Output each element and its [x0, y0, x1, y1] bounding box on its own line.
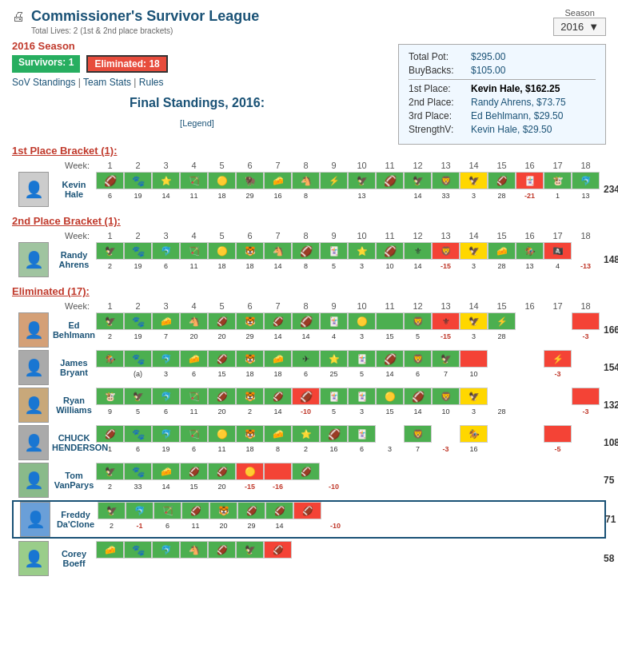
buybacks-value: $105.00 [471, 65, 505, 76]
week-label-1: Week: [12, 161, 96, 170]
picks-chuck: 🏈 🐾 🐬 🏹 🟡 🐯 🧀 ⭐ 🏈 🃏 🦁 🏇 [96, 425, 600, 460]
player-name-ryan[interactable]: RyanWilliams [52, 396, 96, 415]
score-randy: 148 [604, 254, 618, 265]
season-dropdown[interactable]: 2016 ▼ [553, 18, 606, 36]
season-value: 2016 [560, 21, 584, 33]
avatar-ryan: 👤 [18, 388, 49, 423]
player-name-corey[interactable]: CoreyBoeff [52, 549, 96, 568]
total-pot-label: Total Pot: [409, 51, 464, 62]
eliminated-title[interactable]: Eliminated (17): [12, 285, 606, 297]
score-tom: 75 [604, 475, 614, 486]
avatar-freddy: 👤 [20, 502, 50, 537]
picks-james: 🏇 🐾 🐬 🧀 🏈 🐯 🧀 ✈ ⭐ 🃏 🏈 🦁 🦅 [96, 350, 600, 385]
rules-link[interactable]: Rules [139, 77, 164, 88]
player-row-ryan: 👤 RyanWilliams 🐮 🦅 🐬 🏹 🏈 🐯 🏈 🏈 🃏 🃏 🟡 [12, 388, 606, 423]
week-header-2: Week: 1 2 3 4 5 6 7 8 9 10 11 12 13 14 1… [12, 231, 606, 241]
player-name-kevin[interactable]: KevinHale [52, 180, 96, 199]
eliminated-badge: Eliminated: 18 [86, 55, 167, 73]
player-row-kevin: 👤 KevinHale 🏈 🐾 ⭐ 🏹 🟡 🦬 🧀 🐴 ⚡ 🦅 🏈 🦅 [12, 172, 606, 207]
picks-randy: 🦅 🐾 🐬 🏹 🟡 🐯 🐴 🏈 🃏 ⭐ 🏈 ⚜ 🦁 🦅 🧀 🏇 [96, 242, 600, 277]
score-ryan: 132 [604, 400, 618, 411]
first-bracket-title[interactable]: 1st Place Bracket (1): [12, 145, 606, 157]
picks-ryan: 🐮 🦅 🐬 🏹 🏈 🐯 🏈 🏈 🃏 🃏 🟡 🏈 🦁 🦅 [96, 388, 600, 423]
player-row-tom: 👤 TomVanParys 🦅 🐾 🧀 🏈 🏈 🟡 🏈 [12, 463, 606, 498]
player-name-tom[interactable]: TomVanParys [52, 471, 96, 490]
sov-standings-link[interactable]: SoV Standings [12, 77, 75, 88]
buybacks-label: BuyBacks: [409, 65, 464, 76]
avatar-james: 👤 [18, 350, 49, 385]
player-row-james: 👤 JamesBryant 🏇 🐾 🐬 🧀 🏈 🐯 🧀 ✈ ⭐ 🃏 🏈 🦁 [12, 350, 606, 385]
avatar-kevin: 👤 [18, 172, 49, 207]
dropdown-arrow: ▼ [588, 21, 599, 33]
player-row-corey: 👤 CoreyBoeff 🧀 🐾 🐬 🐴 🏈 🦅 🏈 [12, 541, 606, 576]
player-name-randy[interactable]: RandyAhrens [52, 250, 96, 269]
season-selector: Season 2016 ▼ [553, 8, 606, 36]
avatar-randy: 👤 [18, 242, 49, 277]
picks-ed: 🦅 🐾 🧀 🐴 🏈 🐯 🏈 🏈 🃏 🟡 🦁 ⚜ 🦅 ⚡ [96, 312, 600, 348]
season-year: 2016 Season [12, 40, 382, 52]
survivors-badge: Survivors: 1 [12, 55, 80, 73]
eliminated-section: Eliminated (17): Week: 1 2 3 4 5 6 7 8 9… [12, 285, 606, 576]
player-row-chuck: 👤 CHUCKHENDERSON 🏈 🐾 🐬 🏹 🟡 🐯 🧀 ⭐ 🏈 🃏 � [12, 425, 606, 460]
subtitle: Total Lives: 2 (1st & 2nd place brackets… [31, 26, 259, 35]
picks-kevin: 🏈 🐾 ⭐ 🏹 🟡 🦬 🧀 🐴 ⚡ 🦅 🏈 🦅 🦁 🦅 🏈 🃏 [96, 172, 600, 207]
score-james: 154 [604, 362, 618, 373]
second-place-value: Randy Ahrens, $73.75 [471, 97, 566, 108]
first-place-value: Kevin Hale, $162.25 [471, 83, 560, 94]
score-kevin: 234 [604, 184, 618, 195]
first-bracket: 1st Place Bracket (1): Week: 1 2 3 4 5 6… [12, 145, 606, 207]
nav-links: SoV Standings | Team Stats | Rules [12, 77, 382, 88]
score-chuck: 108 [604, 437, 618, 448]
player-row-randy: 👤 RandyAhrens 🦅 🐾 🐬 🏹 🟡 🐯 🐴 🏈 🃏 ⭐ 🏈 ⚜ [12, 242, 606, 277]
avatar-corey: 👤 [18, 541, 49, 576]
avatar-chuck: 👤 [18, 425, 49, 460]
player-row-ed: 👤 EdBehlmann 🦅 🐾 🧀 🐴 🏈 🐯 🏈 🏈 🃏 🟡 🦁 [12, 312, 606, 348]
app-title: Commissioner's Survivor League [31, 8, 259, 25]
picks-freddy: 🦅 🐬 🏹 🏈 🐯 🏈 🏈 🏈 [98, 502, 601, 537]
team-stats-link[interactable]: Team Stats [83, 77, 131, 88]
standings-title: Final Standings, 2016: [12, 96, 382, 110]
info-box: Total Pot: $295.00 BuyBacks: $105.00 1st… [398, 44, 606, 145]
player-name-james[interactable]: JamesBryant [52, 358, 96, 377]
player-name-freddy[interactable]: FreddyDa'Clone [54, 510, 98, 529]
second-bracket-title[interactable]: 2nd Place Bracket (1): [12, 215, 606, 227]
score-corey: 58 [604, 553, 614, 564]
player-row-freddy: 👤 FreddyDa'Clone 🦅 🐬 🏹 🏈 🐯 🏈 🏈 🏈 [12, 500, 606, 539]
picks-tom: 🦅 🐾 🧀 🏈 🏈 🟡 🏈 [96, 463, 600, 498]
player-name-ed[interactable]: EdBehlmann [52, 320, 96, 340]
picks-corey: 🧀 🐾 🐬 🐴 🏈 🦅 🏈 [96, 541, 600, 576]
legend-link[interactable]: [Legend] [12, 118, 382, 128]
total-pot-value: $295.00 [471, 51, 505, 62]
first-place-label: 1st Place: [409, 83, 464, 94]
second-bracket: 2nd Place Bracket (1): Week: 1 2 3 4 5 6… [12, 215, 606, 277]
avatar-ed: 👤 [18, 312, 49, 348]
avatar-tom: 👤 [18, 463, 49, 498]
score-ed: 166 [604, 324, 618, 336]
strength-value: Kevin Hale, $29.50 [471, 124, 552, 135]
third-place-value: Ed Behlmann, $29.50 [471, 110, 563, 121]
third-place-label: 3rd Place: [409, 110, 464, 121]
score-freddy: 71 [605, 514, 616, 525]
strength-label: StrengthV: [409, 124, 464, 135]
player-name-chuck[interactable]: CHUCKHENDERSON [52, 433, 96, 452]
print-icon[interactable]: 🖨 [12, 10, 25, 24]
week-header-elim: Week: 1 2 3 4 5 6 7 8 9 10 11 12 13 14 1… [12, 301, 606, 311]
season-label: Season [564, 8, 594, 18]
second-place-label: 2nd Place: [409, 97, 464, 108]
week-header-1: Week: 1 2 3 4 5 6 7 8 9 10 11 12 13 14 1… [12, 161, 606, 170]
